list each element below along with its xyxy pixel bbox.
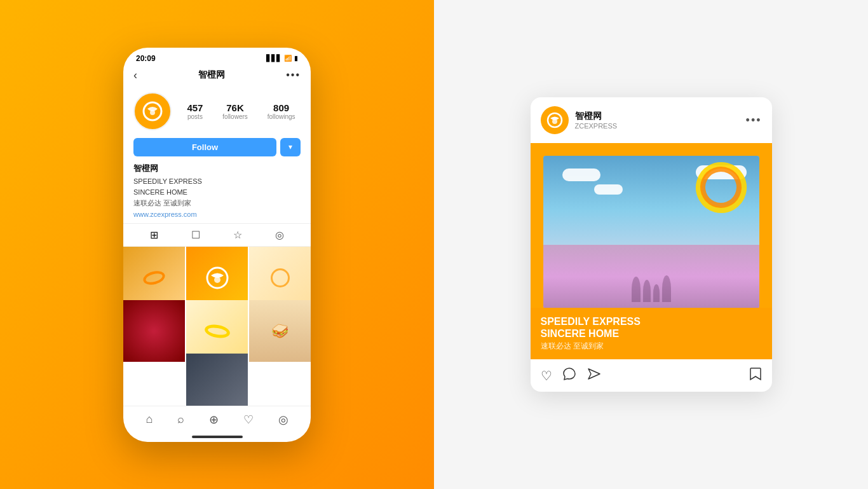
post-actions: ♡ <box>531 359 772 392</box>
bookmark-button[interactable] <box>749 367 762 384</box>
stat-followings: 809 followings <box>268 102 295 120</box>
back-button[interactable]: ‹ <box>133 69 137 82</box>
nav-search-icon[interactable]: ⌕ <box>177 413 184 427</box>
followings-label: followings <box>268 113 295 120</box>
profile-bio-zh: 速联必达 至诚到家 <box>133 198 301 208</box>
caption-headline-1: SPEEDILY EXPRESS <box>541 315 762 327</box>
post-account-sub: ZCEXPRESS <box>575 122 618 130</box>
grid-cell-7[interactable] <box>186 354 248 406</box>
stat-posts: 457 posts <box>187 102 203 120</box>
comment-button[interactable] <box>562 367 576 384</box>
profile-link[interactable]: www.zcexpress.com <box>133 210 301 218</box>
sky-area <box>543 156 759 245</box>
header-title: 智橙网 <box>198 69 225 81</box>
posts-count: 457 <box>187 102 203 113</box>
bookmark-icon <box>749 367 762 381</box>
flowers-area <box>543 245 759 308</box>
grid-cell-6[interactable]: 🥪 <box>249 300 311 362</box>
profile-bio-line1: SPEEDILY EXPRESS <box>133 177 301 186</box>
content-tabs: ⊞ ☐ ☆ ◎ <box>123 223 311 247</box>
grid-logo-icon <box>205 265 230 291</box>
post-account-info: 智橙网 ZCEXPRESS <box>575 111 618 130</box>
profile-stats: 457 posts 76K followers 809 followings <box>182 102 301 120</box>
caption-zh: 速联必达 至诚到家 <box>541 341 762 352</box>
tab-saved-icon[interactable]: ☆ <box>233 229 242 241</box>
nav-heart-icon[interactable]: ♡ <box>243 413 254 427</box>
person-1 <box>632 277 641 302</box>
profile-bio-line2: SINCERE HOME <box>133 188 301 197</box>
nav-profile-icon[interactable]: ◎ <box>278 413 288 427</box>
left-panel: 20:09 ▋▋▋ 📶 ▮ ‹ 智橙网 ••• <box>0 0 434 489</box>
wifi-icon: 📶 <box>284 55 292 62</box>
profile-top: 457 posts 76K followers 809 followings <box>133 92 301 130</box>
tab-grid-icon[interactable]: ⊞ <box>150 229 158 241</box>
action-left-group: ♡ <box>541 367 600 384</box>
post-avatar-logo-icon <box>546 111 564 129</box>
post-image: SPEEDILY EXPRESS SINCERE HOME 速联必达 至诚到家 <box>531 143 772 359</box>
share-button[interactable] <box>587 367 600 384</box>
caption-headline-2: SINCERE HOME <box>541 327 762 340</box>
signal-icon: ▋▋▋ <box>266 55 281 62</box>
post-inner-photo <box>543 156 759 308</box>
person-2 <box>643 280 651 302</box>
followings-count: 809 <box>268 102 295 113</box>
profile-section: 457 posts 76K followers 809 followings F… <box>123 87 311 224</box>
nav-add-icon[interactable]: ⊕ <box>209 413 219 427</box>
post-more-options-button[interactable]: ••• <box>746 114 762 127</box>
phone-mockup: 20:09 ▋▋▋ 📶 ▮ ‹ 智橙网 ••• <box>123 48 311 442</box>
post-profile: 智橙网 ZCEXPRESS <box>541 106 618 134</box>
svg-point-5 <box>552 119 557 124</box>
phone-header: ‹ 智橙网 ••• <box>123 66 311 87</box>
image-grid: 🥪 <box>123 247 311 405</box>
grid-cell-4[interactable] <box>123 300 185 362</box>
person-3 <box>653 284 660 302</box>
svg-point-3 <box>214 277 220 283</box>
followers-label: followers <box>222 113 247 120</box>
follow-dropdown-button[interactable]: ▾ <box>280 138 301 156</box>
nav-home-icon[interactable]: ⌂ <box>146 413 153 427</box>
bottom-nav: ⌂ ⌕ ⊕ ♡ ◎ <box>123 406 311 436</box>
status-bar: 20:09 ▋▋▋ 📶 ▮ <box>123 48 311 66</box>
post-header: 智橙网 ZCEXPRESS ••• <box>531 97 772 143</box>
avatar <box>133 92 172 130</box>
person-4 <box>662 275 671 302</box>
more-options-button[interactable]: ••• <box>286 69 301 81</box>
tab-list-icon[interactable]: ☐ <box>191 229 200 241</box>
right-panel: 智橙网 ZCEXPRESS ••• <box>434 0 868 489</box>
grid-cell-1[interactable] <box>123 247 185 308</box>
tab-tagged-icon[interactable]: ◎ <box>275 229 284 241</box>
post-card: 智橙网 ZCEXPRESS ••• <box>531 97 772 392</box>
status-icons: ▋▋▋ 📶 ▮ <box>266 55 298 62</box>
follow-row: Follow ▾ <box>133 138 301 156</box>
comment-icon <box>562 367 576 381</box>
status-time: 20:09 <box>136 54 156 63</box>
stat-followers: 76K followers <box>222 102 247 120</box>
dropdown-arrow-icon: ▾ <box>288 142 292 151</box>
share-icon <box>587 367 600 381</box>
cloud-decoration-3 <box>594 184 623 195</box>
cloud-decoration-1 <box>562 169 600 181</box>
grid-cell-2[interactable] <box>186 247 248 308</box>
grid-cell-3[interactable] <box>249 247 311 308</box>
post-image-bg: SPEEDILY EXPRESS SINCERE HOME 速联必达 至诚到家 <box>531 143 772 359</box>
profile-name: 智橙网 <box>133 163 301 174</box>
followers-count: 76K <box>222 102 247 113</box>
grid-cell-5[interactable] <box>186 300 248 362</box>
svg-point-1 <box>150 110 155 115</box>
follow-button[interactable]: Follow <box>133 138 276 156</box>
post-avatar <box>541 106 569 134</box>
like-button[interactable]: ♡ <box>541 368 552 383</box>
home-indicator <box>192 436 243 438</box>
post-caption-overlay: SPEEDILY EXPRESS SINCERE HOME 速联必达 至诚到家 <box>531 308 772 359</box>
logo-overlay <box>696 162 753 219</box>
avatar-logo-icon <box>141 100 164 123</box>
post-account-name: 智橙网 <box>575 111 618 122</box>
posts-label: posts <box>187 113 203 120</box>
battery-icon: ▮ <box>294 55 298 62</box>
people-silhouettes <box>632 275 671 302</box>
